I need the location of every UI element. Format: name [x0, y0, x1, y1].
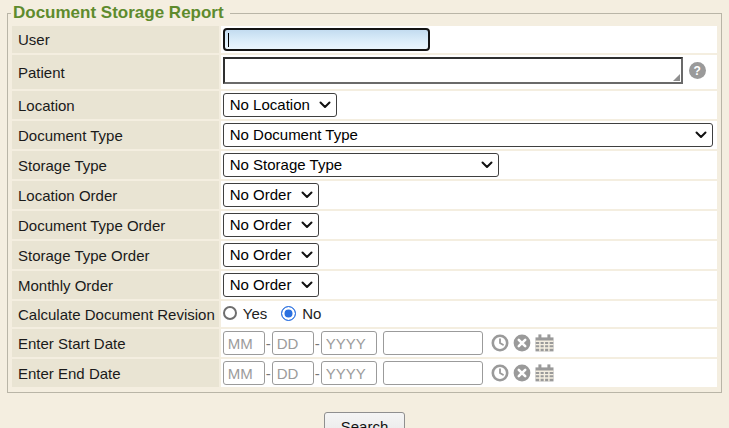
start-date-time-input[interactable]: [383, 331, 483, 355]
user-input[interactable]: [223, 28, 430, 51]
form-row-storage-type: Storage TypeNo Storage Type: [12, 151, 717, 179]
start-date-yyyy-input[interactable]: [321, 331, 377, 355]
date-separator: -: [266, 335, 271, 352]
start-date-icons: [491, 334, 554, 352]
row-label-start-date: Enter Start Date: [12, 329, 219, 357]
report-form-table: UserPatient?LocationNo LocationDocument …: [10, 24, 719, 389]
end-date-mm-input[interactable]: [223, 361, 265, 385]
end-date-yyyy-input[interactable]: [321, 361, 377, 385]
row-value-user: [221, 26, 717, 53]
storage-type-order-select[interactable]: No Order: [223, 243, 319, 267]
clear-icon[interactable]: [513, 334, 531, 352]
start-date-mm-input[interactable]: [223, 331, 265, 355]
row-label-location-order: Location Order: [12, 181, 219, 209]
row-label-document-type: Document Type: [12, 121, 219, 149]
resize-handle[interactable]: [673, 74, 680, 81]
start-date-group: --: [223, 331, 554, 355]
form-row-document-type-order: Document Type OrderNo Order: [12, 211, 717, 239]
document-type-select[interactable]: No Document Type: [223, 123, 713, 147]
start-date-dd-input[interactable]: [272, 331, 314, 355]
row-label-patient: Patient: [12, 55, 219, 89]
calendar-icon[interactable]: [535, 334, 554, 352]
row-value-location-order: No Order: [221, 181, 717, 209]
row-value-end-date: --: [221, 359, 717, 387]
row-value-storage-type: No Storage Type: [221, 151, 717, 179]
row-label-location: Location: [12, 91, 219, 119]
radio-label-no[interactable]: No: [302, 305, 321, 322]
form-row-patient: Patient?: [12, 55, 717, 89]
form-row-start-date: Enter Start Date--: [12, 329, 717, 357]
end-date-icons: [491, 364, 554, 382]
form-row-monthly-order: Monthly OrderNo Order: [12, 271, 717, 299]
date-separator: -: [266, 365, 271, 382]
form-row-location-order: Location OrderNo Order: [12, 181, 717, 209]
clear-icon[interactable]: [513, 364, 531, 382]
search-button-row: Search: [0, 412, 729, 428]
monthly-order-select[interactable]: No Order: [223, 273, 319, 297]
row-label-storage-type-order: Storage Type Order: [12, 241, 219, 269]
clock-icon[interactable]: [491, 364, 509, 382]
end-date-dd-input[interactable]: [272, 361, 314, 385]
clock-icon[interactable]: [491, 334, 509, 352]
radio-yes[interactable]: [223, 306, 237, 320]
search-button[interactable]: Search: [324, 412, 406, 428]
row-value-monthly-order: No Order: [221, 271, 717, 299]
row-value-document-type-order: No Order: [221, 211, 717, 239]
storage-type-select[interactable]: No Storage Type: [223, 153, 499, 177]
row-label-calculate-document-revision: Calculate Document Revision: [12, 301, 219, 327]
radio-no[interactable]: [281, 306, 296, 321]
radio-label-yes[interactable]: Yes: [243, 305, 267, 322]
form-row-calculate-document-revision: Calculate Document RevisionYesNo: [12, 301, 717, 327]
form-row-document-type: Document TypeNo Document Type: [12, 121, 717, 149]
page-title: Document Storage Report: [11, 3, 230, 23]
form-row-user: User: [12, 26, 717, 53]
row-value-calculate-document-revision: YesNo: [221, 301, 717, 327]
row-label-storage-type: Storage Type: [12, 151, 219, 179]
text-caret: [228, 33, 229, 47]
row-label-end-date: Enter End Date: [12, 359, 219, 387]
end-date-group: --: [223, 361, 554, 385]
document-storage-report-panel: Document Storage Report UserPatient?Loca…: [7, 3, 722, 393]
row-label-monthly-order: Monthly Order: [12, 271, 219, 299]
form-row-end-date: Enter End Date--: [12, 359, 717, 387]
end-date-time-input[interactable]: [383, 361, 483, 385]
date-separator: -: [315, 335, 320, 352]
row-value-location: No Location: [221, 91, 717, 119]
row-value-patient: ?: [221, 55, 717, 89]
location-order-select[interactable]: No Order: [223, 183, 319, 207]
calendar-icon[interactable]: [535, 364, 554, 382]
row-value-storage-type-order: No Order: [221, 241, 717, 269]
row-value-start-date: --: [221, 329, 717, 357]
location-select[interactable]: No Location: [223, 93, 337, 117]
help-icon[interactable]: ?: [689, 62, 706, 79]
date-separator: -: [315, 365, 320, 382]
form-row-storage-type-order: Storage Type OrderNo Order: [12, 241, 717, 269]
row-value-document-type: No Document Type: [221, 121, 717, 149]
calculate-document-revision-radio-group: YesNo: [223, 305, 332, 322]
patient-input[interactable]: [223, 57, 683, 84]
row-label-document-type-order: Document Type Order: [12, 211, 219, 239]
document-type-order-select[interactable]: No Order: [223, 213, 319, 237]
row-label-user: User: [12, 26, 219, 53]
form-row-location: LocationNo Location: [12, 91, 717, 119]
